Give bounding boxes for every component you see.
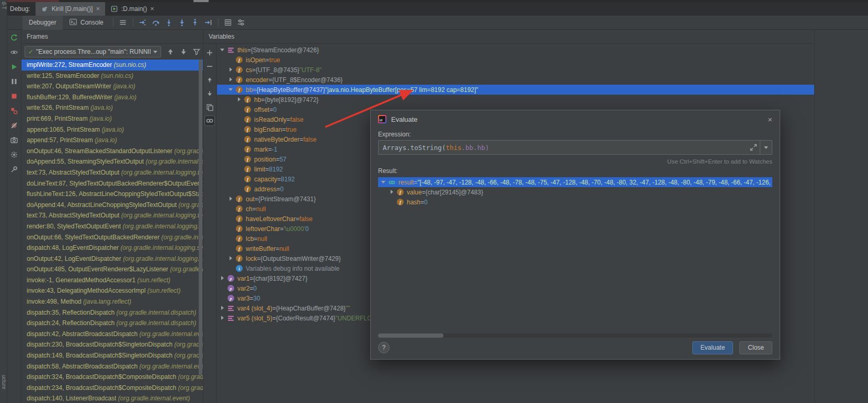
prev-frame-icon[interactable] — [164, 46, 177, 57]
tree-row[interactable]: fbb = {HeapByteBuffer@7437} "java.nio.He… — [217, 85, 814, 95]
stack-frame-row[interactable]: invoke:498, Method (java.lang.reflect) — [21, 296, 203, 307]
stack-frame-row[interactable]: render:80, StyledTextOutputEvent (org.gr… — [21, 221, 203, 232]
tree-row[interactable]: this = {StreamEncoder@7426} — [217, 45, 814, 55]
collapse-toggle-icon[interactable] — [380, 179, 387, 186]
menu-icon[interactable] — [117, 17, 130, 28]
help-button[interactable]: ? — [378, 342, 390, 353]
expand-toggle-icon[interactable] — [219, 275, 226, 282]
step-over-icon[interactable] — [150, 17, 163, 28]
resume-icon[interactable] — [8, 62, 20, 72]
close-tab-icon[interactable]: × — [150, 5, 154, 13]
stack-frame-row[interactable]: dispatch:24, ReflectionDispatch (org.gra… — [21, 318, 203, 329]
stack-frame-row[interactable]: print:669, PrintStream (java.io) — [21, 113, 203, 124]
stack-frame-row[interactable]: dispatch:58, AbstractBroadcastDispatch (… — [21, 361, 203, 372]
close-icon[interactable]: × — [768, 115, 772, 124]
expand-toggle-icon[interactable] — [219, 315, 226, 321]
eye-icon[interactable] — [8, 47, 20, 57]
expand-toggle-icon[interactable] — [236, 96, 243, 103]
stack-frame-row[interactable]: dispatch:48, LogEventDispatcher (org.gra… — [21, 243, 203, 254]
stack-frame-row[interactable]: invoke:-1, GeneratedMethodAccessor1 (sun… — [21, 275, 203, 286]
filter-frames-icon[interactable] — [190, 46, 203, 57]
mute-breakpoints-icon[interactable] — [8, 120, 20, 131]
frames-scrollbar[interactable] — [199, 60, 202, 375]
stack-frame-row[interactable]: text:73, AbstractStyledTextOutput (org.g… — [21, 210, 203, 221]
step-into-icon[interactable] — [163, 17, 176, 28]
stack-frame-row[interactable]: onOutput:42, LogEventDispatcher (org.gra… — [21, 254, 203, 264]
stack-frame-row[interactable]: write:526, PrintStream (java.io) — [21, 102, 203, 113]
move-down-icon[interactable] — [204, 88, 215, 99]
settings-icon[interactable] — [8, 149, 20, 160]
tree-row[interactable]: fhash = 0 — [378, 197, 772, 207]
tree-row[interactable]: fhb = {byte[8192]@7472} — [217, 95, 814, 105]
stack-frame-row[interactable]: flushLineText:126, AbstractLineChoppingS… — [21, 189, 203, 200]
pause-icon[interactable] — [8, 76, 20, 87]
stack-frame-row[interactable]: dispatch:324, BroadcastDispatch$Composit… — [21, 372, 203, 383]
stack-frame-row[interactable]: implWrite:272, StreamEncoder (sun.nio.cs… — [21, 60, 203, 71]
close-button[interactable]: Close — [739, 341, 772, 354]
run-to-cursor-icon[interactable] — [202, 17, 215, 28]
stack-frame-row[interactable]: dispatch:140, ListenerBroadcast (org.gra… — [21, 393, 203, 403]
expand-toggle-icon[interactable] — [389, 189, 395, 195]
stack-frame-row[interactable]: dispatch:234, BroadcastDispatch$Composit… — [21, 383, 203, 394]
stack-frame-row[interactable]: onOutput:485, OutputEventRenderer$LazyLi… — [21, 264, 203, 275]
view-as-grid-icon[interactable] — [222, 17, 235, 28]
tree-row[interactable]: result = "[-48, -97, -47, -128, -48, -66… — [378, 177, 772, 187]
evaluate-button[interactable]: Evaluate — [692, 341, 734, 354]
expand-toggle-icon[interactable] — [227, 76, 234, 83]
copy-icon[interactable] — [204, 102, 215, 112]
stack-frame-row[interactable]: text:73, AbstractStyledTextOutput (org.g… — [21, 167, 203, 178]
step-out-icon[interactable] — [189, 17, 202, 28]
expand-editor-icon[interactable] — [747, 143, 760, 152]
tab-debugger[interactable]: Debugger — [22, 16, 63, 30]
remove-watch-icon[interactable] — [204, 61, 215, 72]
tree-row[interactable]: fencoder = {UTF_8$Encoder@7436} — [217, 75, 814, 85]
stripe-label-top[interactable]: d-T — [0, 2, 7, 9]
tree-row[interactable]: fisOpen = true — [217, 55, 814, 65]
stack-frame-row[interactable]: dispatch:42, AbstractBroadcastDispatch (… — [21, 329, 203, 340]
expression-input[interactable]: Arrays.toString(this.bb.hb) — [378, 140, 772, 155]
stack-frame-row[interactable]: dispatch:230, BroadcastDispatch$Singleto… — [21, 339, 203, 350]
pin-icon[interactable] — [8, 164, 20, 175]
collapse-toggle-icon[interactable] — [227, 86, 234, 93]
expand-toggle-icon[interactable] — [219, 305, 226, 312]
stack-frame-row[interactable]: append:1065, PrintStream (java.io) — [21, 124, 203, 135]
expression-history-dropdown[interactable] — [760, 141, 772, 154]
stack-frame-row[interactable]: write:207, OutputStreamWriter (java.io) — [21, 81, 203, 92]
stack-frame-row[interactable]: invoke:43, DelegatingMethodAccessorImpl … — [21, 285, 203, 296]
tree-row[interactable]: fvalue = {char[29145]@7483} — [378, 187, 772, 197]
stack-frame-row[interactable]: onOutput:46, StreamBackedStandardOutputL… — [21, 146, 203, 157]
tab-console[interactable]: Console — [63, 16, 110, 30]
stack-frame-row[interactable]: doAppend:55, StreamingStyledTextOutput (… — [21, 156, 203, 167]
stack-frame-row[interactable]: append:57, PrintStream (java.io) — [21, 135, 203, 146]
close-tab-icon[interactable]: × — [96, 5, 100, 13]
stack-frame-row[interactable]: write:125, StreamEncoder (sun.nio.cs) — [21, 71, 203, 82]
collapse-toggle-icon[interactable] — [219, 47, 226, 53]
stack-frame-row[interactable]: doAppend:44, AbstractLineChoppingStyledT… — [21, 200, 203, 211]
expand-toggle-icon[interactable] — [227, 66, 234, 73]
layout-settings-icon[interactable] — [235, 17, 248, 28]
debug-session-tab-kirill[interactable]: Kirill [D.main()] × — [36, 2, 105, 16]
debug-session-tab-dmain[interactable]: :D.main() × — [105, 2, 159, 16]
stack-frame-row[interactable]: dispatch:35, ReflectionDispatch (org.gra… — [21, 307, 203, 318]
show-watches-icon[interactable] — [204, 116, 215, 126]
stack-frame-row[interactable]: flushBuffer:129, BufferedWriter (java.io… — [21, 92, 203, 103]
stack-frame-row[interactable]: onOutput:66, StyledTextOutputBackedRende… — [21, 232, 203, 243]
rerun-debug-icon[interactable] — [8, 32, 20, 43]
thread-dump-icon[interactable] — [8, 135, 20, 145]
evaluate-dialog-titlebar[interactable]: IJ Evaluate × — [371, 110, 780, 128]
show-execution-point-icon[interactable] — [136, 17, 150, 28]
next-frame-icon[interactable] — [177, 46, 190, 57]
move-up-icon[interactable] — [204, 75, 215, 85]
add-watch-icon[interactable] — [204, 48, 215, 58]
thread-selector[interactable]: ✓ "Exec process Thre...oup "main": RUNNI… — [25, 46, 161, 57]
stack-frame-row[interactable]: doLineText:87, StyledTextOutputBackedRen… — [21, 178, 203, 189]
force-step-into-icon[interactable] — [176, 17, 189, 28]
expression-code[interactable]: Arrays.toString(this.bb.hb) — [379, 144, 747, 152]
stack-frame-row[interactable]: dispatch:149, BroadcastDispatch$Singleto… — [21, 350, 203, 361]
expand-toggle-icon[interactable] — [227, 255, 234, 262]
stop-icon[interactable] — [8, 91, 20, 101]
expand-toggle-icon[interactable] — [227, 195, 234, 202]
tree-row[interactable]: fcs = {UTF_8@7435} "UTF-8" — [217, 65, 814, 75]
stripe-label-bottom[interactable]: ucture — [0, 375, 7, 389]
view-breakpoints-icon[interactable] — [8, 106, 20, 116]
